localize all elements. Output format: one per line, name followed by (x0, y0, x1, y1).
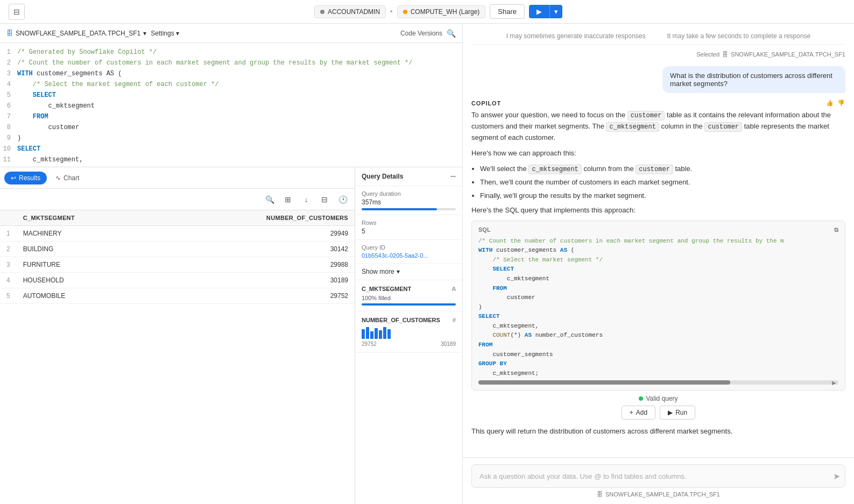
add-button[interactable]: + Add (622, 406, 655, 420)
editor-toolbar-right: Code Versions 🔍 (400, 29, 456, 38)
query-details-header: Query Details ··· (355, 167, 462, 186)
mini-bar-min: 29752 (362, 341, 377, 347)
scroll-right-arrow[interactable]: ▶ (830, 378, 838, 387)
query-id-label: Query ID (362, 244, 456, 251)
bullet-2: Then, we'll count the number of customer… (480, 177, 845, 188)
account-badge[interactable]: ACCOUNTADMIN (314, 5, 386, 18)
duration-bar-bg (362, 208, 456, 210)
table-row: 4 HOUSEHOLD 30189 (0, 273, 355, 288)
inline-code-col: c_mktsegment (606, 122, 659, 132)
add-plus-icon: + (630, 409, 633, 416)
thumbs-up-icon[interactable]: 👍 (826, 100, 834, 107)
compute-badge[interactable]: COMPUTE_WH (Large) (397, 5, 486, 18)
col-stat-type-1: A (452, 286, 456, 292)
run-dropdown-button[interactable]: ▾ (549, 5, 562, 18)
duration-bar-fill (362, 208, 437, 210)
valid-badge: Valid query (471, 395, 845, 402)
sql-code-area: /* Count the number of customers in each… (478, 237, 838, 379)
mini-bar (366, 327, 369, 339)
segment-cell: FURNITURE (17, 257, 154, 273)
db-badge[interactable]: 🗄 SNOWFLAKE_SAMPLE_DATA.TPCH_SF1 ▾ (6, 30, 146, 37)
code-editor[interactable]: 1 /* Generated by Snowflake Copilot */ 2… (0, 43, 462, 167)
col-header-rownum (0, 210, 17, 226)
tab-results[interactable]: ↩ Results (4, 172, 47, 184)
topbar: ⊟ ACCOUNTADMIN • COMPUTE_WH (Large) Shar… (0, 0, 854, 24)
split-icon[interactable]: ⊟ (317, 192, 332, 207)
sql-code: /* Count the number of customers in each… (478, 237, 838, 379)
footer-db-name: SNOWFLAKE_SAMPLE_DATA.TPCH_SF1 (605, 491, 720, 498)
rows-label: Rows (362, 219, 456, 226)
scroll-indicator: ▶ (478, 380, 838, 385)
download-icon[interactable]: ↓ (299, 192, 314, 207)
col-stat-header-2: NUMBER_OF_CUSTOMERS # (362, 317, 456, 323)
bullet-3: Finally, we'll group the results by the … (480, 190, 845, 202)
topbar-center: ACCOUNTADMIN • COMPUTE_WH (Large) Share … (31, 4, 845, 19)
clock-icon[interactable]: 🕐 (335, 192, 350, 207)
inline-code-customer2: customer (704, 122, 742, 132)
mini-bars-2 (362, 326, 456, 339)
grid-icon[interactable]: ⊞ (280, 192, 295, 207)
copilot-response: COPILOT 👍 👎 To answer your question, we … (471, 100, 845, 440)
code-line: 1 /* Generated by Snowflake Copilot */ (0, 47, 462, 58)
valid-label: Valid query (646, 395, 677, 402)
table-row: 3 FURNITURE 29988 (0, 257, 355, 273)
share-button[interactable]: Share (490, 4, 525, 19)
sidebar-toggle-button[interactable]: ⊟ (9, 4, 25, 20)
copilot-actions-icons: 👍 👎 (826, 100, 845, 107)
show-more-button[interactable]: Show more ▾ (355, 264, 462, 280)
inline-code-customer: customer (627, 111, 665, 120)
query-details-panel: Query Details ··· Query duration 357ms R… (355, 167, 462, 504)
query-id-value[interactable]: 01b5543c-0205-5aa2-0... (362, 252, 456, 259)
query-details-title: Query Details (362, 173, 403, 180)
chart-tab-label: Chart (63, 174, 79, 182)
query-details-more-icon[interactable]: ··· (450, 173, 456, 180)
search-results-icon[interactable]: 🔍 (262, 192, 277, 207)
mini-bar (370, 331, 373, 339)
code-line: 9 ) (0, 133, 462, 144)
copilot-run-button[interactable]: ▶ Run (660, 406, 695, 420)
valid-dot-icon (639, 396, 643, 401)
tab-chart[interactable]: ∿ Chart (49, 172, 86, 184)
thumbs-down-icon[interactable]: 👎 (837, 100, 845, 107)
code-line: 2 /* Count the number of customers in ea… (0, 58, 462, 69)
search-icon[interactable]: 🔍 (447, 29, 456, 38)
run-btn-group: ▶ ▾ (529, 5, 562, 18)
compute-label: COMPUTE_WH (Large) (411, 8, 480, 16)
code-versions-button[interactable]: Code Versions (400, 30, 442, 37)
col-stat-mktsegment: C_MKTSEGMENT A 100% filled (355, 280, 462, 311)
run-button[interactable]: ▶ (529, 5, 549, 18)
count-cell: 30142 (154, 242, 355, 257)
add-label: Add (636, 409, 647, 416)
db-context-icon: 🗄 (722, 51, 728, 58)
copilot-label-row: COPILOT 👍 👎 (471, 100, 845, 107)
col-stat-header-1: C_MKTSEGMENT A (362, 286, 456, 292)
results-area: ↩ Results ∿ Chart 🔍 ⊞ ↓ ⊟ 🕐 (0, 167, 355, 504)
settings-button[interactable]: Settings ▾ (151, 30, 179, 37)
col-stat-bar-bg-1 (362, 303, 456, 306)
table-row: 1 MACHINERY 29949 (0, 226, 355, 242)
duration-value: 357ms (362, 198, 456, 206)
copilot-input-box[interactable]: Ask a question about your data. Use @ to… (471, 464, 845, 488)
warning-2: It may take a few seconds to complete a … (667, 32, 810, 40)
send-icon[interactable]: ➤ (833, 471, 840, 481)
warning-bar: I may sometimes generate inaccurate resp… (471, 30, 845, 45)
sql-block: SQL ⧉ /* Count the number of customers i… (471, 221, 845, 391)
segment-cell: AUTOMOBILE (17, 288, 154, 304)
mini-bar (379, 330, 382, 339)
show-more-chevron-icon: ▾ (397, 268, 400, 275)
copy-icon[interactable]: ⧉ (834, 226, 838, 233)
db-icon: 🗄 (6, 30, 13, 37)
count-cell: 30189 (154, 273, 355, 288)
count-cell: 29752 (154, 288, 355, 304)
col-header-count[interactable]: NUMBER_OF_CUSTOMERS (154, 210, 355, 226)
settings-label: Settings (151, 30, 174, 37)
mini-bar (375, 328, 378, 339)
code-line: 3 WITH customer_segments AS ( (0, 69, 462, 80)
editor-toolbar: 🗄 SNOWFLAKE_SAMPLE_DATA.TPCH_SF1 ▾ Setti… (0, 24, 462, 43)
results-table: C_MKTSEGMENT NUMBER_OF_CUSTOMERS 1 MACHI… (0, 210, 355, 504)
db-chevron-icon: ▾ (143, 30, 146, 37)
col-header-segment[interactable]: C_MKTSEGMENT (17, 210, 154, 226)
left-panel: 🗄 SNOWFLAKE_SAMPLE_DATA.TPCH_SF1 ▾ Setti… (0, 24, 463, 504)
copilot-approach-p: Here's how we can approach this: (471, 148, 845, 159)
results-tab-label: Results (19, 174, 40, 182)
